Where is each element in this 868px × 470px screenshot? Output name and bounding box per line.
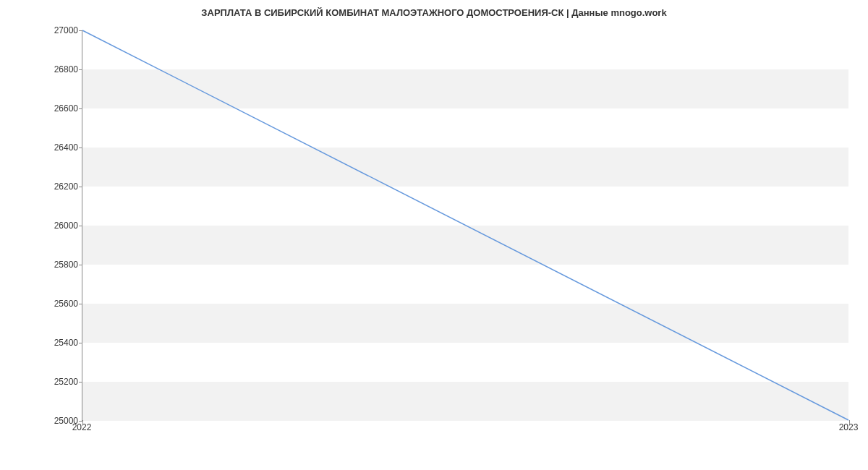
y-tick-label: 25800 xyxy=(20,260,78,270)
data-line xyxy=(82,30,848,420)
y-tick-label: 25600 xyxy=(20,299,78,309)
y-tickmark xyxy=(79,30,82,31)
y-tick-label: 26400 xyxy=(20,142,78,153)
y-tick-label: 26200 xyxy=(20,181,78,192)
y-tickmark xyxy=(79,187,82,187)
x-tick-label: 2023 xyxy=(839,422,859,432)
y-tickmark xyxy=(79,382,82,383)
y-tick-label: 26800 xyxy=(20,64,78,74)
plot-area xyxy=(82,30,848,421)
x-tick-label: 2022 xyxy=(72,422,92,432)
y-tick-label: 25400 xyxy=(20,338,78,348)
y-tick-label: 26000 xyxy=(20,221,78,231)
chart-title: ЗАРПЛАТА В СИБИРСКИЙ КОМБИНАТ МАЛОЭТАЖНО… xyxy=(0,0,868,24)
y-tick-label: 25000 xyxy=(20,416,78,426)
y-tickmark xyxy=(79,343,82,343)
svg-line-0 xyxy=(82,30,848,420)
chart-container: 2500025200254002560025800260002620026400… xyxy=(0,23,868,443)
y-tick-label: 26600 xyxy=(20,103,78,114)
y-tick-label: 25200 xyxy=(20,377,78,387)
y-tickmark xyxy=(79,304,82,304)
y-tickmark xyxy=(79,265,82,265)
y-tickmark xyxy=(79,148,82,148)
y-tick-label: 27000 xyxy=(20,25,78,35)
y-tickmark xyxy=(79,69,82,70)
y-tickmark xyxy=(79,226,82,226)
y-tickmark xyxy=(79,108,82,109)
